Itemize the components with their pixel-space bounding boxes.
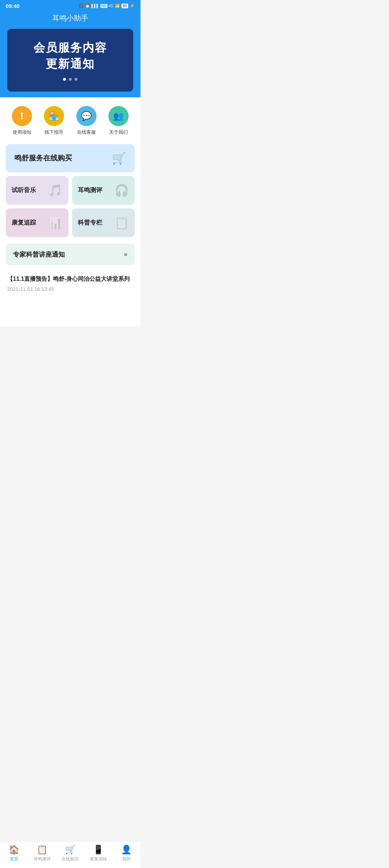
card-evaluation[interactable]: 耳鸣测评 🎧 — [72, 176, 135, 205]
4g-badge: 4G — [109, 4, 113, 8]
notification-label: 专家科普讲座通知 — [13, 250, 65, 259]
page-title: 耳鸣小助手 — [0, 13, 140, 23]
action-service[interactable]: 💬 在线客服 — [76, 106, 97, 136]
dot-3 — [75, 78, 77, 81]
action-about[interactable]: 👥 关于我们 — [108, 106, 129, 136]
card-row-2: 康复追踪 📊 科普专栏 📋 — [6, 208, 135, 237]
banner-container: 会员服务内容 更新通知 — [0, 29, 140, 97]
battery-icon: 80 — [121, 4, 128, 8]
about-label: 关于我们 — [109, 129, 128, 136]
hd-badge: HD — [100, 4, 107, 8]
recovery-icon: 📊 — [48, 216, 63, 230]
article-date: 2021-11-01 16:13:45 — [7, 286, 133, 292]
charging-icon: ⚡ — [130, 4, 135, 8]
card-science[interactable]: 科普专栏 📋 — [72, 208, 135, 237]
action-notice[interactable]: ! 使用须知 — [12, 106, 32, 136]
quick-actions: ! 使用须知 🏪 线下指导 💬 在线客服 👥 关于我们 — [0, 97, 140, 141]
notification-arrow: » — [124, 251, 128, 258]
dot-1 — [63, 78, 66, 81]
service-cards: 鸣舒服务在线购买 🛒 试听音乐 🎵 耳鸣测评 🎧 康复追踪 📊 科普专栏 📋 — [0, 141, 140, 240]
purchase-icon: 🛒 — [112, 151, 126, 165]
wifi-icon: 📶 — [115, 4, 120, 8]
music-icon: 🎵 — [48, 183, 63, 197]
about-icon: 👥 — [108, 106, 129, 126]
main-content: ! 使用须知 🏪 线下指导 💬 在线客服 👥 关于我们 鸣舒服务在线购买 🛒 试… — [0, 97, 140, 327]
offline-icon: 🏪 — [44, 106, 64, 126]
notice-icon: ! — [12, 106, 32, 126]
service-icon: 💬 — [76, 106, 97, 126]
service-label: 在线客服 — [77, 129, 96, 136]
purchase-label: 鸣舒服务在线购买 — [14, 153, 72, 163]
status-icons: 🎧 ⏰ ▌▌▌ HD 4G 📶 80 ⚡ — [79, 4, 135, 8]
notice-label: 使用须知 — [13, 129, 31, 136]
offline-label: 线下指导 — [45, 129, 63, 136]
card-recovery[interactable]: 康复追踪 📊 — [6, 208, 68, 237]
music-label: 试听音乐 — [12, 186, 36, 194]
recovery-label: 康复追踪 — [12, 218, 36, 227]
article-section[interactable]: 【11.1直播预告】鸣舒-身心同治公益大讲堂系列 2021-11-01 16:1… — [0, 269, 140, 298]
banner-card[interactable]: 会员服务内容 更新通知 — [7, 29, 133, 92]
status-time: 09:40 — [6, 3, 19, 9]
dot-2 — [69, 78, 72, 81]
alarm-icon: ⏰ — [85, 4, 90, 8]
article-title: 【11.1直播预告】鸣舒-身心同治公益大讲堂系列 — [7, 275, 133, 283]
science-label: 科普专栏 — [78, 218, 102, 227]
science-icon: 📋 — [115, 216, 129, 230]
card-row-1: 试听音乐 🎵 耳鸣测评 🎧 — [6, 176, 135, 205]
status-bar: 09:40 🎧 ⏰ ▌▌▌ HD 4G 📶 80 ⚡ — [0, 0, 140, 10]
header: 耳鸣小助手 — [0, 10, 140, 29]
notification-section[interactable]: 专家科普讲座通知 » — [6, 244, 135, 265]
headphone-icon: 🎧 — [79, 4, 84, 8]
card-music[interactable]: 试听音乐 🎵 — [6, 176, 68, 205]
evaluation-icon: 🎧 — [115, 183, 129, 197]
evaluation-label: 耳鸣测评 — [78, 186, 102, 194]
banner-line2: 更新通知 — [46, 56, 95, 72]
action-offline[interactable]: 🏪 线下指导 — [44, 106, 64, 136]
signal-icon: ▌▌▌ — [91, 4, 99, 8]
banner-dots — [63, 78, 77, 81]
banner-line1: 会员服务内容 — [33, 40, 107, 56]
card-purchase[interactable]: 鸣舒服务在线购买 🛒 — [6, 144, 135, 172]
